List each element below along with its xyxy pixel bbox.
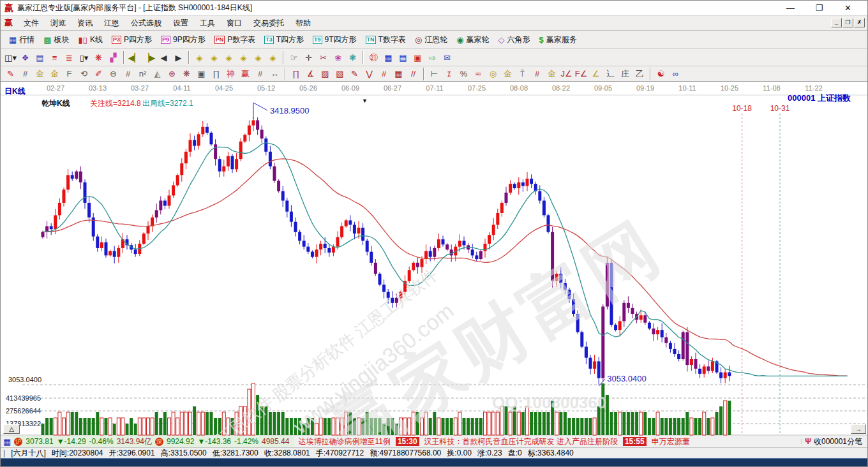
gann-grid-tool[interactable]: # bbox=[18, 67, 33, 80]
rect-channel-tool[interactable]: ∏ bbox=[288, 67, 303, 80]
well-gold-tool[interactable]: # bbox=[530, 67, 544, 80]
j-angle-tool[interactable]: J∠ bbox=[559, 67, 574, 80]
fibonacci-tool[interactable]: F bbox=[62, 67, 77, 80]
pen2-tool[interactable]: ✐ bbox=[91, 67, 106, 80]
p-number-table-button[interactable]: PNP数字表 bbox=[210, 33, 260, 47]
pen-tool[interactable]: ✎ bbox=[3, 67, 18, 80]
grid-tool[interactable]: # bbox=[121, 67, 135, 80]
parallel-tool[interactable]: // bbox=[406, 67, 421, 80]
hexagon-button[interactable]: ◇六角形 bbox=[494, 33, 535, 47]
diamond-center-button[interactable]: ◈ bbox=[236, 51, 251, 64]
menu-item-8[interactable]: 交易委托 bbox=[248, 16, 290, 30]
circle-cycle-tool[interactable]: ⊖ bbox=[106, 67, 121, 80]
pattern-window-button[interactable]: ❖ bbox=[18, 51, 33, 64]
news-ticker[interactable]: 达埃博拉确诊病例增至11例15:30汉王科技：首款柯氏音血压计完成研发 进入产品… bbox=[294, 436, 800, 447]
color-chart-button[interactable]: ▞ bbox=[106, 51, 121, 64]
yi-angle-tool[interactable]: 乙 bbox=[632, 67, 647, 80]
taiji-tool[interactable]: ☯ bbox=[654, 67, 668, 80]
zhuang-angle-tool[interactable]: 庄 bbox=[618, 67, 632, 80]
diamond-grid-button[interactable]: ◈ bbox=[266, 51, 280, 64]
menu-item-0[interactable]: 文件 bbox=[18, 16, 45, 30]
angle-tool[interactable]: ◭ bbox=[150, 67, 165, 80]
winner-service-button[interactable]: $赢家服务 bbox=[535, 33, 581, 47]
red-grid2-tool[interactable]: ▦ bbox=[391, 67, 406, 80]
tick-feed[interactable]: ⁝ Ψ 收000001分笔 bbox=[800, 436, 868, 447]
menu-item-4[interactable]: 公式选股 bbox=[125, 16, 167, 30]
menu-item-5[interactable]: 设置 bbox=[167, 16, 194, 30]
spiral-tool[interactable]: ⟲ bbox=[77, 67, 91, 80]
mdi-close-button[interactable]: ✗ bbox=[854, 18, 865, 27]
9t-square-button[interactable]: T99T四方形 bbox=[308, 33, 361, 47]
calculator-button[interactable]: ▦ bbox=[381, 51, 396, 64]
crosshair-button[interactable]: ✛ bbox=[301, 51, 316, 64]
gold-grid2-tool[interactable]: 金 bbox=[47, 67, 62, 80]
shen-tool[interactable]: 神 bbox=[223, 67, 238, 80]
menu-item-3[interactable]: 江恩 bbox=[98, 16, 125, 30]
kline-chart-area[interactable]: 赢家财富网 www.yingjia360.com 赢家江恩软件 股票分析软件 江… bbox=[1, 82, 868, 436]
f-angle-tool[interactable]: F∠ bbox=[574, 67, 588, 80]
pattern-red-button[interactable]: ❋ bbox=[91, 51, 106, 64]
zigzag-tool[interactable]: ⋁ bbox=[362, 67, 377, 80]
wheel-small-tool[interactable]: ⊕ bbox=[165, 67, 179, 80]
fan-box2-tool[interactable]: ▧ bbox=[333, 67, 347, 80]
jin2-angle-tool[interactable]: 辶 bbox=[603, 67, 618, 80]
menu-item-2[interactable]: 资讯 bbox=[71, 16, 98, 30]
scissors-button[interactable]: ✂ bbox=[316, 51, 331, 64]
square-n2-tool[interactable]: n² bbox=[135, 67, 150, 80]
t-number-table-button[interactable]: TNT数字表 bbox=[361, 33, 410, 47]
arrow-flag-tool[interactable]: ⍑ bbox=[515, 67, 530, 80]
minimize-button[interactable]: — bbox=[776, 1, 805, 16]
infinity-tool[interactable]: ∞ bbox=[668, 67, 683, 80]
red-grid-tool[interactable]: # bbox=[377, 67, 391, 80]
calendar-21-button[interactable]: ㉑ bbox=[366, 51, 381, 64]
kline-chart-canvas[interactable]: 02-2703-1303-2704-1104-2505-1205-2606-09… bbox=[1, 82, 868, 436]
web-tool[interactable]: ❋ bbox=[179, 67, 194, 80]
diamond-hsplit-button[interactable]: ◈ bbox=[221, 51, 236, 64]
note-button[interactable]: ▤ bbox=[33, 51, 47, 64]
sectors-button[interactable]: ▩板块 bbox=[39, 33, 73, 47]
ruler-grid-tool[interactable]: # bbox=[253, 67, 267, 80]
first-bar-button[interactable]: ◀▏ bbox=[127, 51, 142, 64]
kline-9-button[interactable]: ≣ bbox=[62, 51, 77, 64]
pi-tool[interactable]: ∏ bbox=[209, 67, 223, 80]
gold-circle-tool[interactable]: ◎ bbox=[486, 67, 500, 80]
gann-fan-tool[interactable]: ∡ bbox=[303, 67, 318, 80]
net-tool-button[interactable]: ❃ bbox=[345, 51, 360, 64]
jin-angle-tool[interactable]: ∠ bbox=[588, 67, 603, 80]
kline-button[interactable]: ▮▯K线 bbox=[74, 33, 107, 47]
save-button[interactable]: ▣ bbox=[410, 51, 425, 64]
box-tool[interactable]: ▣ bbox=[194, 67, 209, 80]
percent-tool[interactable]: % bbox=[456, 67, 471, 80]
gold-angle-tool[interactable]: 金 bbox=[544, 67, 559, 80]
menu-item-7[interactable]: 窗口 bbox=[221, 16, 248, 30]
report-button[interactable]: ▤ bbox=[396, 51, 410, 64]
next-bar-button[interactable]: ▶ bbox=[171, 51, 186, 64]
hrange-tool[interactable]: ↔ bbox=[267, 67, 282, 80]
kline-3-button[interactable]: ≡ bbox=[47, 51, 62, 64]
diamond-right-button[interactable]: ◈ bbox=[207, 51, 221, 64]
menu-item-9[interactable]: 帮助 bbox=[290, 16, 317, 30]
winner-wheel-button[interactable]: ◉赢家轮 bbox=[452, 33, 493, 47]
mdi-minimize-button[interactable]: _ bbox=[831, 18, 842, 27]
diamond-left-button[interactable]: ◈ bbox=[192, 51, 207, 64]
gann-wheel-button[interactable]: ◎江恩轮 bbox=[410, 33, 452, 47]
quote-grid-icon[interactable]: ▦ bbox=[3, 437, 11, 447]
send-button[interactable]: ✉ bbox=[440, 51, 454, 64]
candle-drop-button[interactable]: ▯▾ bbox=[77, 51, 91, 64]
candle-type-button[interactable]: ◫▾ bbox=[3, 51, 18, 64]
mdi-restore-button[interactable]: ❐ bbox=[842, 18, 853, 27]
export-button[interactable]: ⇨ bbox=[425, 51, 440, 64]
price-scale-tool[interactable]: ⊢ bbox=[427, 67, 442, 80]
9p-square-button[interactable]: P99P四方形 bbox=[156, 33, 210, 47]
drag-hand-button[interactable]: ☞ bbox=[287, 51, 301, 64]
gold-grid-tool[interactable]: 金 bbox=[33, 67, 47, 80]
ying-tool[interactable]: 赢 bbox=[238, 67, 253, 80]
t-square-button[interactable]: T3T四方形 bbox=[260, 33, 308, 47]
fan-box-tool[interactable]: ▨ bbox=[318, 67, 333, 80]
menu-item-1[interactable]: 浏览 bbox=[45, 16, 71, 30]
prev-bar-button[interactable]: ◀ bbox=[156, 51, 171, 64]
menu-item-6[interactable]: 工具 bbox=[194, 16, 221, 30]
scroll-right-button[interactable]: → bbox=[851, 424, 866, 434]
last-bar-button[interactable]: ▕▶ bbox=[142, 51, 156, 64]
percent-lines-tool[interactable]: ≂ bbox=[471, 67, 486, 80]
